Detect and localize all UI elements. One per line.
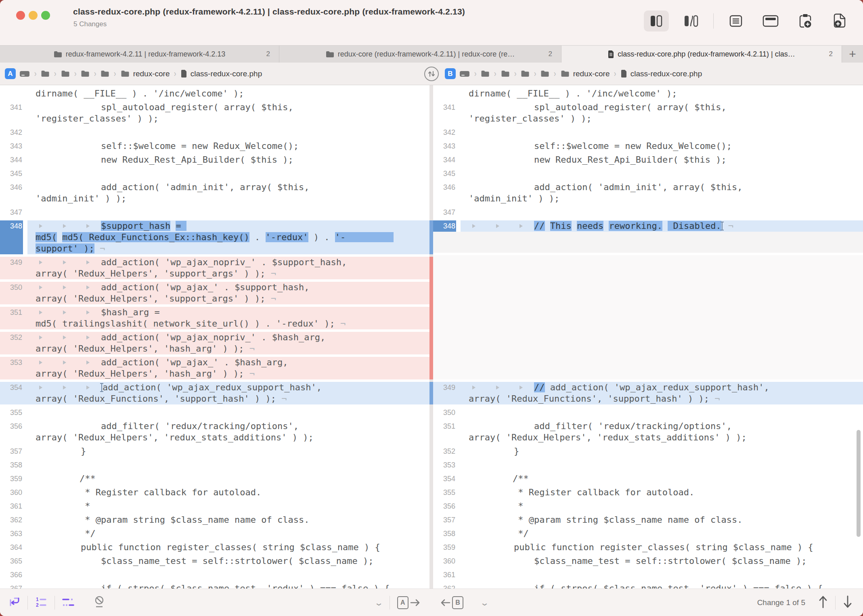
folder-icon[interactable] [481,70,490,77]
document-icon [608,50,614,58]
tab-changes-badge: 2 [549,50,552,58]
breadcrumb-file-label[interactable]: class-redux-core.php [630,69,702,78]
folder-icon[interactable] [540,70,549,77]
folder-icon[interactable] [121,70,130,77]
folder-icon[interactable] [521,70,530,77]
folder-icon[interactable] [81,70,90,77]
code-row: 345 [0,168,429,179]
code-row: 354add_action( 'wp_ajax_redux_support_ha… [0,382,429,393]
tab-indent-marker-icon [39,224,42,228]
chevron-right-icon: › [74,69,76,78]
code-segment: add_action( 'admin_init', array( $this, [101,182,310,192]
line-number: 351 [0,307,22,318]
code-text: array( 'Redux_Functions', 'support_hash'… [36,393,287,404]
drive-icon[interactable] [19,70,30,78]
code-segment: */ [80,528,96,538]
code-segment: public function register_classes( string… [514,542,813,552]
statusbar-divider [835,596,836,610]
empty-deletion-filler [433,255,863,379]
folder-icon[interactable] [561,70,570,77]
code-segment: add_filter( 'redux/tracking/options', [534,421,732,431]
text-view-icon[interactable] [758,10,783,31]
chevron-down-icon[interactable]: ⌄ [480,598,489,608]
code-text: dirname( __FILE__ ) . '/inc/welcome' ); [469,88,677,99]
code-text: md5( trailingslashit( network_site_url()… [36,318,346,329]
code-pane-a[interactable]: dirname( __FILE__ ) . '/inc/welcome' );3… [0,85,429,589]
zoom-window-button[interactable] [41,11,50,20]
tab-folder-comparison[interactable]: redux-framework-4.2.11 | redux-framework… [0,46,279,63]
vertical-scrollbar[interactable] [857,430,861,537]
fluid-view-icon[interactable] [679,10,704,31]
tab-indent-marker-icon [39,260,42,264]
close-window-button[interactable] [16,11,25,20]
invisibles-icon[interactable] [62,596,75,609]
copy-changes-icon[interactable] [793,10,818,31]
tab-label: class-redux-core.php (redux-framework-4.… [618,50,795,59]
side-b-badge: B [445,68,456,79]
app-window: class-redux-core.php (redux-framework-4.… [0,0,863,616]
chevron-right-icon: › [94,69,96,78]
copy-a-to-b-icon[interactable]: A [397,596,421,609]
next-change-icon[interactable] [843,595,853,610]
title-bar: class-redux-core.php (redux-framework-4.… [0,0,863,45]
code-segment: self::$welcome = new Redux_Welcome(); [534,141,732,151]
minimize-window-button[interactable] [29,11,38,20]
new-tab-button[interactable]: + [842,46,863,63]
line-number: 348 [0,220,22,232]
pane-divider[interactable] [429,85,433,589]
line-numbers-icon[interactable]: 1 2 [35,596,47,609]
wrap-lines-icon[interactable] [9,596,20,609]
statusbar-divider [54,596,55,610]
code-row: 351add_filter( 'redux/tracking/options', [433,421,863,432]
tab-indent-marker-icon [472,224,475,228]
tab-indent-marker-icon [63,386,66,390]
chevron-right-icon: › [114,69,116,78]
tab-subfolder-comparison[interactable]: redux-core (redux-framework-4.2.11) | re… [279,46,561,63]
code-segment: self::$welcome = new Redux_Welcome(); [101,141,299,151]
file-icon [181,70,187,78]
line-number: 347 [433,207,455,218]
tab-indent-marker-icon [472,386,475,390]
copy-b-to-a-icon[interactable]: B [440,596,463,609]
code-row: 'admin_init' ) ); [433,193,863,204]
code-row: 352} [433,446,863,457]
folder-icon[interactable] [101,70,109,77]
folder-icon[interactable] [61,70,70,77]
tab-indent-marker-icon [86,360,90,365]
code-row: 361 * [0,501,429,512]
line-number: 355 [0,407,22,418]
code-segment: */ [513,528,529,538]
newline-mark: ¬ [723,221,734,231]
exclude-icon[interactable] [94,595,105,610]
newline-mark: ¬ [94,243,105,254]
code-segment [572,221,577,231]
line-number: 355 [433,487,455,498]
folder-icon[interactable] [501,70,510,77]
code-segment: $hash_arg = [101,307,160,317]
drive-icon[interactable] [459,70,470,78]
folder-icon[interactable] [41,70,50,77]
code-row: 364public function register_classes( str… [0,542,429,553]
code-text: add_filter( 'redux/tracking/options', [101,421,299,432]
code-row: 'admin_init' ) ); [0,193,429,204]
code-pane-b[interactable]: dirname( __FILE__ ) . '/inc/welcome' );3… [433,85,863,589]
chevron-right-icon: › [494,69,496,78]
breadcrumb-file-label[interactable]: class-redux-core.php [191,69,262,78]
tab-file-comparison-active[interactable]: class-redux-core.php (redux-framework-4.… [561,46,842,63]
code-segment: ) . [308,232,335,242]
tab-indent-marker-icon [39,285,42,289]
code-text: add_action( 'wp_ajax_' . $hash_arg, [101,357,288,368]
tab-label: redux-framework-4.2.11 | redux-framework… [66,50,226,59]
previous-change-icon[interactable] [818,595,828,610]
two-pane-view-icon[interactable] [644,10,669,31]
code-row: 345 [433,168,863,179]
breadcrumb-folder-label[interactable]: redux-core [573,69,610,78]
swap-sides-icon[interactable] [424,67,439,81]
chevron-down-icon[interactable]: ⌄ [374,598,383,608]
code-row: 346add_action( 'admin_init', array( $thi… [433,182,863,193]
new-file-comparison-icon[interactable] [827,10,853,31]
unified-view-icon[interactable] [723,10,748,31]
code-segment: add_action( 'wp_ajax_redux_support_hash'… [545,382,769,392]
word-diff-highlight: '- [335,232,394,242]
breadcrumb-folder-label[interactable]: redux-core [133,69,170,78]
